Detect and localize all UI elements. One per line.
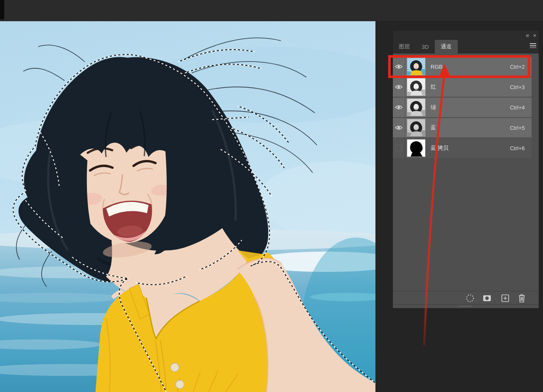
collapse-to-icons-icon[interactable]: « (526, 32, 529, 38)
channel-row-blue-copy[interactable]: 蓝 拷贝 Ctrl+6 (393, 138, 532, 158)
save-selection-as-channel-icon[interactable] (481, 293, 493, 304)
panel-footer (393, 291, 539, 305)
channel-name: 红 (431, 83, 436, 91)
channel-thumbnail[interactable] (407, 98, 425, 116)
document-canvas[interactable] (0, 21, 375, 392)
channel-row-rgb[interactable]: RGB Ctrl+2 (393, 57, 532, 76)
new-channel-icon[interactable] (500, 293, 511, 304)
eye-empty-well (395, 145, 402, 151)
tab-channels[interactable]: 通道 (435, 40, 458, 53)
channel-shortcut: Ctrl+4 (510, 104, 525, 111)
channel-name: 蓝 拷贝 (431, 144, 449, 152)
channel-shortcut: Ctrl+5 (510, 125, 525, 131)
visibility-toggle[interactable] (393, 138, 405, 158)
panel-resize-strip[interactable] (393, 305, 539, 309)
channel-thumbnail[interactable] (407, 119, 425, 137)
channel-row-green[interactable]: 绿 Ctrl+4 (393, 98, 532, 117)
visibility-toggle[interactable] (393, 98, 405, 117)
delete-channel-icon[interactable] (516, 293, 527, 304)
panel-tab-bar: 图层 3D 通道 (393, 40, 539, 53)
channel-row-red[interactable]: 红 Ctrl+3 (393, 77, 532, 97)
panel-dock-header: « × (393, 31, 539, 40)
eye-icon (395, 64, 403, 69)
eye-icon (395, 125, 403, 130)
channel-name: 蓝 (431, 124, 436, 132)
photo-laughing-woman (0, 21, 375, 392)
channel-shortcut: Ctrl+6 (510, 145, 525, 151)
tab-3d[interactable]: 3D (416, 40, 435, 53)
visibility-toggle[interactable] (393, 118, 405, 137)
channel-name: RGB (431, 64, 442, 70)
visibility-toggle[interactable] (393, 57, 405, 76)
top-ui-strip (0, 0, 543, 22)
channel-mask-thumbnail[interactable] (407, 139, 425, 157)
panel-menu-icon[interactable] (530, 43, 536, 48)
channel-shortcut: Ctrl+2 (510, 64, 525, 70)
channel-name: 绿 (431, 104, 436, 111)
load-selection-icon[interactable] (465, 293, 476, 304)
channel-shortcut: Ctrl+3 (510, 84, 525, 90)
tab-layers[interactable]: 图层 (393, 40, 416, 53)
channels-panel: « × 图层 3D 通道 RGB Ctrl+2 红 (393, 31, 539, 309)
channel-thumbnail[interactable] (407, 78, 425, 96)
close-panel-icon[interactable]: × (533, 33, 536, 38)
channel-list: RGB Ctrl+2 红 Ctrl+3 绿 Ctrl+4 (393, 53, 539, 291)
eye-icon (395, 105, 403, 110)
eye-icon (395, 84, 403, 90)
channel-row-blue[interactable]: 蓝 Ctrl+5 (393, 118, 532, 137)
toolbar-notch (0, 0, 4, 20)
visibility-toggle[interactable] (393, 77, 405, 97)
panel-grip-dots (459, 306, 472, 307)
channel-thumbnail[interactable] (407, 58, 425, 76)
